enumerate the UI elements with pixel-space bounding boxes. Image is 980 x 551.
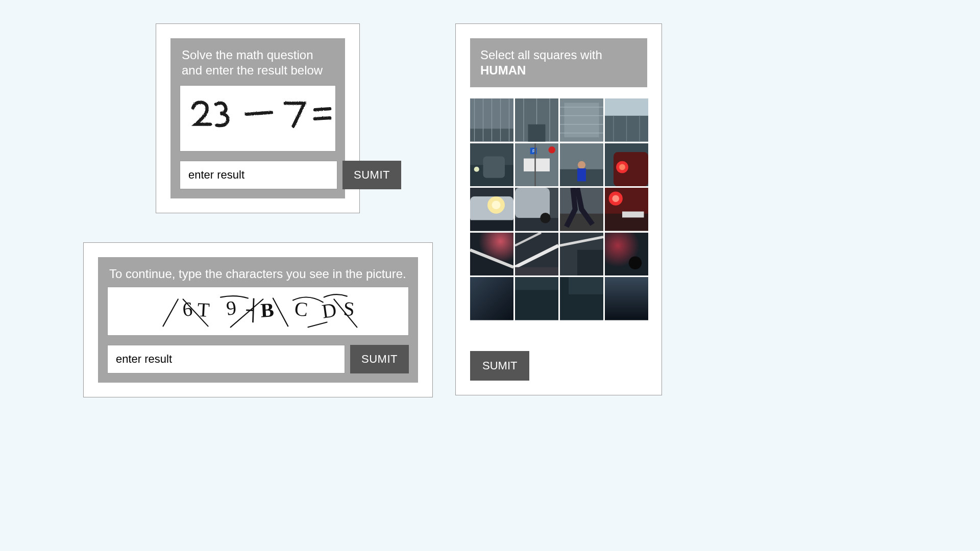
grid-header-line1: Select all squares with — [480, 48, 602, 62]
grid-cell-4-1[interactable] — [515, 277, 558, 320]
math-captcha-image — [180, 85, 336, 152]
svg-rect-53 — [470, 220, 513, 231]
math-header-line2: and enter the result below — [182, 63, 323, 77]
svg-text:B: B — [260, 298, 275, 321]
grid-cell-0-3[interactable] — [605, 98, 648, 142]
grid-cell-1-2[interactable] — [560, 143, 603, 187]
grid-captcha-header: Select all squares with HUMAN — [470, 38, 647, 87]
grid-cell-0-1[interactable] — [515, 98, 558, 142]
grid-cell-2-0[interactable] — [470, 188, 513, 231]
svg-rect-76 — [569, 277, 603, 294]
svg-text:D: D — [321, 298, 338, 322]
svg-point-43 — [578, 161, 585, 168]
text-result-input[interactable] — [107, 345, 345, 373]
svg-point-57 — [540, 213, 550, 223]
grid-cell-3-0[interactable] — [470, 233, 513, 276]
svg-rect-72 — [470, 277, 513, 320]
grid-cell-3-2[interactable] — [560, 233, 603, 276]
grid-cell-2-3[interactable] — [605, 188, 648, 231]
grid-cell-1-3[interactable] — [605, 143, 648, 187]
svg-rect-44 — [577, 168, 586, 181]
svg-rect-69 — [577, 250, 603, 276]
svg-point-40 — [548, 146, 555, 154]
svg-text:6: 6 — [182, 298, 193, 320]
svg-rect-65 — [470, 233, 513, 276]
svg-text:C: C — [293, 297, 309, 320]
grid-header-target: HUMAN — [480, 63, 526, 77]
svg-point-71 — [629, 256, 642, 269]
svg-text:┤: ┤ — [246, 298, 261, 323]
svg-point-34 — [474, 166, 479, 171]
svg-rect-64 — [622, 212, 644, 218]
grid-cell-4-0[interactable] — [470, 277, 513, 320]
svg-text:T: T — [197, 298, 210, 321]
grid-cell-4-3[interactable] — [605, 277, 648, 320]
grid-cell-2-2[interactable] — [560, 188, 603, 231]
math-action-row: SUMIT — [180, 161, 336, 189]
math-captcha-header: Solve the math question and enter the re… — [180, 47, 336, 85]
svg-point-63 — [612, 195, 619, 203]
grid-cell-0-2[interactable] — [560, 98, 603, 142]
text-captcha-image: 6 T 9 ┤ B C D S — [107, 287, 409, 336]
svg-rect-39 — [534, 143, 536, 187]
grid-cell-0-0[interactable] — [470, 98, 513, 142]
grid-captcha-image-grid: P — [470, 98, 648, 320]
svg-point-48 — [619, 164, 625, 170]
grid-cell-1-0[interactable] — [470, 143, 513, 187]
svg-rect-74 — [515, 277, 558, 290]
math-captcha-inner: Solve the math question and enter the re… — [170, 38, 345, 198]
text-captcha-card: To continue, type the characters you see… — [83, 242, 433, 397]
svg-point-52 — [492, 201, 501, 210]
grid-cell-3-3[interactable] — [605, 233, 648, 276]
svg-text:9: 9 — [225, 296, 237, 319]
math-captcha-card: Solve the math question and enter the re… — [156, 23, 360, 213]
svg-rect-33 — [483, 156, 505, 178]
svg-rect-38 — [524, 158, 550, 171]
grid-cell-2-1[interactable] — [515, 188, 558, 231]
svg-rect-77 — [605, 277, 648, 320]
svg-text:S: S — [342, 297, 355, 320]
grid-cell-1-1[interactable]: P — [515, 143, 558, 187]
text-submit-button[interactable]: SUMIT — [350, 345, 409, 373]
image-grid-captcha-card: Select all squares with HUMAN P SUMIT — [455, 23, 662, 395]
text-captcha-inner: To continue, type the characters you see… — [98, 257, 418, 383]
svg-rect-56 — [515, 218, 558, 231]
svg-rect-67 — [515, 267, 558, 276]
math-header-line1: Solve the math question — [182, 48, 313, 62]
math-submit-button[interactable]: SUMIT — [342, 161, 401, 189]
grid-submit-button[interactable]: SUMIT — [470, 351, 529, 381]
text-captcha-header: To continue, type the characters you see… — [107, 266, 409, 287]
svg-rect-21 — [565, 103, 599, 137]
text-action-row: SUMIT — [107, 345, 409, 373]
grid-cell-4-2[interactable] — [560, 277, 603, 320]
svg-rect-70 — [605, 233, 648, 276]
svg-rect-19 — [528, 124, 546, 142]
math-result-input[interactable] — [180, 161, 337, 189]
grid-cell-3-1[interactable] — [515, 233, 558, 276]
